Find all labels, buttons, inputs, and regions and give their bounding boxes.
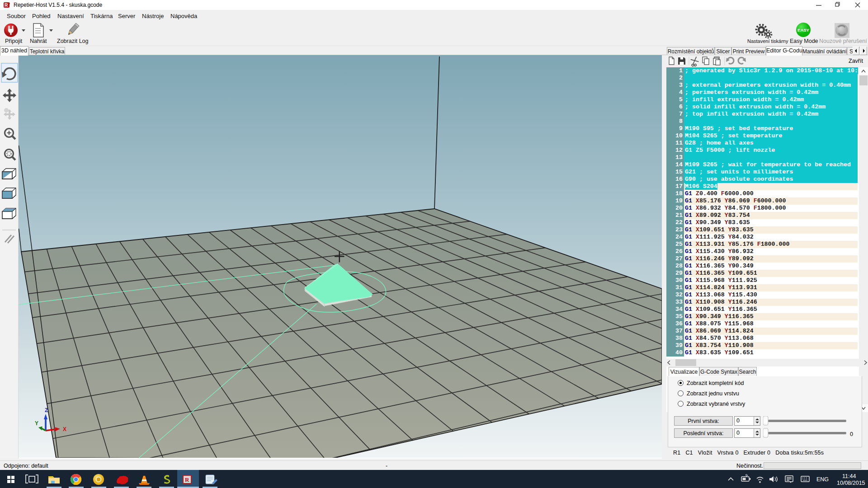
svg-text:R: R	[185, 476, 189, 483]
svg-text:Zavřít: Zavřít	[849, 58, 863, 64]
svg-text:X: X	[63, 426, 66, 432]
svg-text:Z: Z	[45, 407, 48, 413]
svg-text:EASY: EASY	[797, 28, 810, 33]
svg-text:R: R	[5, 3, 8, 8]
svg-text:11:44: 11:44	[842, 473, 856, 479]
svg-text:10/08/2015: 10/08/2015	[837, 480, 865, 486]
svg-text:Y: Y	[35, 420, 38, 427]
svg-text:0: 0	[850, 431, 853, 437]
svg-text:ENG: ENG	[816, 476, 829, 483]
